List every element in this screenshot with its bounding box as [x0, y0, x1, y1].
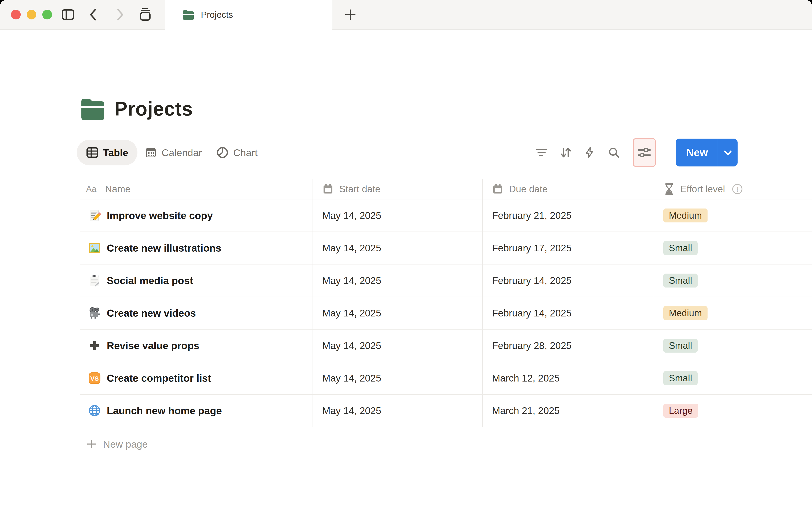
cell-start-date[interactable]: May 14, 2025 — [313, 330, 483, 362]
page-content: Projects Table Calendar Chart — [0, 93, 812, 461]
cell-start-date[interactable]: May 14, 2025 — [313, 362, 483, 394]
cell-name[interactable]: Social media post — [80, 265, 313, 297]
cell-name[interactable]: Create new videos — [80, 297, 313, 329]
sort-icon[interactable] — [559, 146, 572, 159]
cell-name[interactable]: Create new illustrations — [80, 232, 313, 264]
table-row[interactable]: VSCreate competitor listMay 14, 2025Marc… — [80, 362, 812, 395]
svg-text:i: i — [736, 185, 738, 193]
effort-badge: Small — [663, 274, 698, 288]
new-tab-button[interactable] — [333, 0, 368, 29]
row-title: Launch new home page — [107, 405, 222, 416]
svg-text:Aa: Aa — [86, 184, 97, 193]
text-aa-icon: Aa — [86, 184, 100, 194]
effort-badge: Medium — [663, 306, 708, 320]
effort-badge: Large — [663, 404, 698, 418]
cell-due-date[interactable]: February 21, 2025 — [483, 200, 654, 231]
table-row[interactable]: Create new illustrationsMay 14, 2025Febr… — [80, 232, 812, 265]
cell-effort-level[interactable]: Small — [654, 362, 812, 394]
zoom-button[interactable] — [42, 10, 52, 19]
new-button-label[interactable]: New — [676, 138, 718, 166]
cell-effort-level[interactable]: Small — [654, 265, 812, 297]
plus-icon — [87, 439, 97, 449]
minimize-button[interactable] — [27, 10, 36, 19]
cell-start-date[interactable]: May 14, 2025 — [313, 395, 483, 427]
heavy-plus-icon — [88, 339, 101, 352]
table-row[interactable]: Improve website copyMay 14, 2025February… — [80, 200, 812, 232]
column-header-due-date[interactable]: Due date — [483, 179, 654, 199]
spiral-notepad-icon — [88, 274, 101, 287]
column-header-start-date[interactable]: Start date — [313, 179, 483, 199]
cell-due-date[interactable]: February 17, 2025 — [483, 232, 654, 264]
sliders-icon — [638, 146, 651, 159]
close-button[interactable] — [11, 10, 21, 19]
table-row[interactable]: Create new videosMay 14, 2025February 14… — [80, 297, 812, 330]
hourglass-icon — [663, 183, 675, 195]
cell-due-date[interactable]: March 12, 2025 — [483, 362, 654, 394]
page-header: Projects — [80, 93, 812, 125]
tab-chart[interactable]: Chart — [209, 139, 265, 165]
effort-badge: Medium — [663, 209, 708, 223]
effort-badge: Small — [663, 371, 698, 385]
film-projector-icon — [88, 307, 101, 320]
table-header-row: Aa Name Start date Due date Effort level… — [80, 179, 812, 200]
database-toolbar: New — [535, 138, 738, 167]
table-row[interactable]: Launch new home pageMay 14, 2025March 21… — [80, 395, 812, 427]
cell-start-date[interactable]: May 14, 2025 — [313, 297, 483, 329]
table-row[interactable]: Revise value propsMay 14, 2025February 2… — [80, 330, 812, 362]
filter-icon[interactable] — [535, 146, 548, 159]
new-button[interactable]: New — [676, 138, 738, 166]
column-header-effort-level[interactable]: Effort level i — [654, 179, 812, 199]
search-icon[interactable] — [608, 146, 620, 159]
row-title: Improve website copy — [107, 210, 213, 221]
folder-icon — [182, 8, 195, 21]
memo-icon — [88, 209, 101, 222]
column-header-name[interactable]: Aa Name — [80, 179, 313, 199]
cell-name[interactable]: Launch new home page — [80, 395, 313, 427]
cell-start-date[interactable]: May 14, 2025 — [313, 265, 483, 297]
cell-name[interactable]: VSCreate competitor list — [80, 362, 313, 394]
cell-effort-level[interactable]: Small — [654, 330, 812, 362]
row-title: Create competitor list — [107, 373, 211, 384]
lightning-icon[interactable] — [583, 146, 596, 159]
tab-calendar[interactable]: Calendar — [138, 139, 209, 165]
view-toolbar: Table Calendar Chart New — [0, 138, 812, 167]
tab-table[interactable]: Table — [77, 139, 138, 165]
cell-start-date[interactable]: May 14, 2025 — [313, 200, 483, 231]
row-title: Social media post — [107, 275, 193, 286]
cell-name[interactable]: Revise value props — [80, 330, 313, 362]
calendar-icon — [322, 183, 334, 195]
row-title: Revise value props — [107, 340, 199, 351]
tab-title: Projects — [201, 10, 233, 20]
cell-effort-level[interactable]: Medium — [654, 200, 812, 231]
cell-effort-level[interactable]: Medium — [654, 297, 812, 329]
table-body: Improve website copyMay 14, 2025February… — [80, 200, 812, 427]
framed-picture-icon — [88, 242, 101, 255]
calendar-icon — [492, 183, 504, 195]
new-page-button[interactable]: New page — [80, 427, 812, 461]
pie-chart-icon — [216, 147, 229, 159]
cell-name[interactable]: Improve website copy — [80, 200, 313, 231]
cell-effort-level[interactable]: Small — [654, 232, 812, 264]
forward-icon[interactable] — [112, 7, 127, 22]
info-icon[interactable]: i — [731, 183, 743, 195]
cell-effort-level[interactable]: Large — [654, 395, 812, 427]
table-grid-icon — [86, 147, 98, 159]
cell-due-date[interactable]: March 21, 2025 — [483, 395, 654, 427]
table-row[interactable]: Social media postMay 14, 2025February 14… — [80, 265, 812, 297]
svg-text:VS: VS — [90, 375, 99, 382]
tab-projects[interactable]: Projects — [165, 0, 333, 30]
chevron-down-icon[interactable] — [718, 138, 738, 166]
sidebar-toggle-icon[interactable] — [60, 7, 75, 22]
nav-icons — [60, 0, 165, 29]
row-title: Create new illustrations — [107, 242, 221, 254]
back-icon[interactable] — [86, 7, 101, 22]
effort-badge: Small — [663, 241, 698, 255]
tab-overview-icon[interactable] — [138, 7, 153, 22]
cell-due-date[interactable]: February 14, 2025 — [483, 297, 654, 329]
row-title: Create new videos — [107, 307, 196, 319]
app-window: Projects Projects Table Calendar Chart — [0, 0, 812, 507]
view-settings-button[interactable] — [633, 138, 656, 167]
cell-due-date[interactable]: February 14, 2025 — [483, 265, 654, 297]
cell-start-date[interactable]: May 14, 2025 — [313, 232, 483, 264]
cell-due-date[interactable]: February 28, 2025 — [483, 330, 654, 362]
